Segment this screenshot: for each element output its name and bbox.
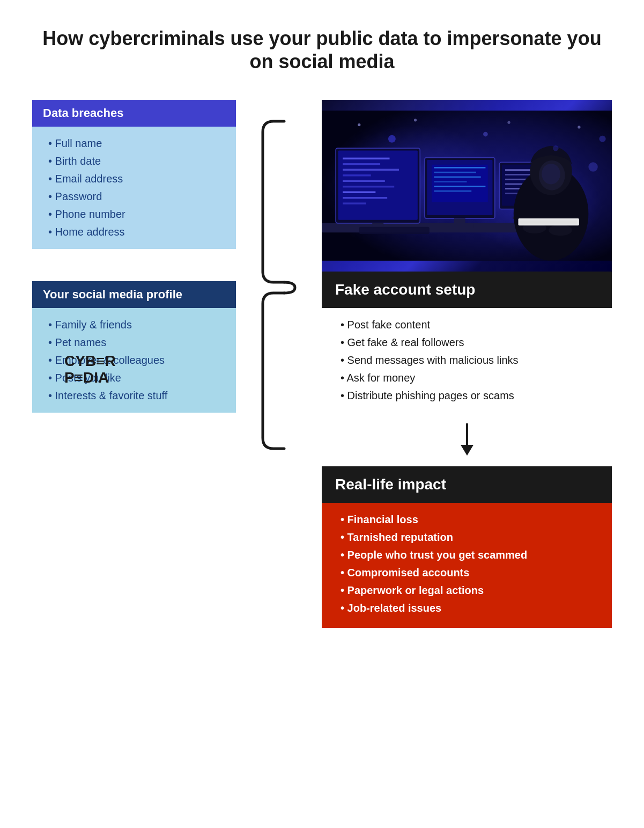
cyberpedia-logo: CYB≡R P≡DIA bbox=[64, 353, 116, 386]
real-life-body: • Financial loss • Tarnished reputation … bbox=[322, 503, 612, 628]
svg-point-52 bbox=[599, 136, 605, 142]
svg-rect-15 bbox=[343, 203, 366, 204]
svg-rect-28 bbox=[446, 225, 473, 228]
svg-rect-14 bbox=[343, 197, 387, 199]
list-item: • Full name bbox=[48, 137, 225, 150]
social-media-header: Your social media profile bbox=[32, 281, 236, 308]
svg-rect-27 bbox=[454, 218, 465, 225]
list-item: • Post fake content bbox=[340, 319, 598, 331]
list-item: • Send messages with malicious links bbox=[340, 354, 598, 367]
brace-svg bbox=[257, 116, 300, 459]
fake-account-body: • Post fake content • Get fake & real fo… bbox=[322, 308, 612, 413]
data-breaches-section: Data breaches • Full name • Birth date •… bbox=[32, 100, 236, 249]
arrow-head bbox=[461, 445, 473, 456]
list-item: • Financial loss bbox=[340, 514, 598, 526]
list-item: • Job-related issues bbox=[340, 602, 598, 614]
svg-rect-24 bbox=[434, 181, 467, 183]
right-column: Fake account setup • Post fake content •… bbox=[322, 100, 612, 628]
hacker-image bbox=[322, 100, 612, 272]
svg-rect-39 bbox=[359, 227, 430, 234]
logo-line1: CYB≡R bbox=[64, 353, 116, 370]
list-item: • Distribute phishing pages or scams bbox=[340, 390, 598, 402]
list-item: • Pet names bbox=[48, 336, 225, 349]
real-life-section: Real-life impact • Financial loss • Tarn… bbox=[322, 466, 612, 628]
svg-point-51 bbox=[588, 163, 597, 172]
list-item: • Email address bbox=[48, 173, 225, 185]
svg-rect-11 bbox=[343, 180, 385, 182]
svg-rect-26 bbox=[434, 190, 471, 192]
data-breaches-body: • Full name • Birth date • Email address… bbox=[32, 127, 236, 249]
svg-rect-23 bbox=[434, 177, 480, 178]
social-media-body: • Family & friends • Pet names • Employe… bbox=[32, 308, 236, 413]
svg-rect-6 bbox=[338, 151, 418, 220]
svg-point-55 bbox=[507, 121, 510, 124]
page-container: How cybercriminals use your public data … bbox=[0, 0, 644, 828]
hacker-scene-svg bbox=[322, 100, 612, 272]
list-item: • Paperwork or legal actions bbox=[340, 584, 598, 597]
left-column: Data breaches • Full name • Birth date •… bbox=[32, 100, 236, 413]
social-media-section: Your social media profile • Family & fri… bbox=[32, 281, 236, 413]
svg-point-56 bbox=[578, 126, 580, 129]
page-title: How cybercriminals use your public data … bbox=[32, 27, 612, 73]
svg-rect-13 bbox=[343, 192, 375, 193]
svg-point-44 bbox=[549, 225, 572, 236]
real-life-header: Real-life impact bbox=[322, 466, 612, 503]
svg-point-53 bbox=[358, 123, 360, 126]
svg-rect-10 bbox=[343, 174, 371, 176]
svg-point-45 bbox=[542, 164, 560, 184]
svg-rect-25 bbox=[434, 186, 485, 187]
list-item: • Home address bbox=[48, 226, 225, 238]
list-item: • Birth date bbox=[48, 155, 225, 167]
list-item: • People who trust you get scammed bbox=[340, 549, 598, 561]
logo-line2: P≡DIA bbox=[64, 370, 116, 386]
svg-point-49 bbox=[483, 132, 488, 137]
list-item: • Get fake & real followers bbox=[340, 336, 598, 349]
arrow-down bbox=[461, 423, 473, 456]
svg-rect-22 bbox=[434, 172, 476, 173]
svg-rect-32 bbox=[505, 174, 533, 176]
svg-point-48 bbox=[388, 135, 396, 143]
svg-rect-9 bbox=[343, 169, 399, 171]
list-item: • Interests & favorite stuff bbox=[48, 390, 225, 402]
brace-connector-area bbox=[257, 100, 300, 628]
svg-rect-12 bbox=[343, 186, 394, 187]
list-item: • Password bbox=[48, 190, 225, 203]
svg-rect-47 bbox=[520, 221, 577, 224]
svg-point-50 bbox=[553, 145, 558, 151]
arrow-down-container bbox=[322, 413, 612, 466]
svg-point-54 bbox=[414, 119, 417, 122]
fake-account-header: Fake account setup bbox=[322, 272, 612, 308]
data-breaches-header: Data breaches bbox=[32, 100, 236, 127]
svg-rect-8 bbox=[343, 163, 380, 165]
content-layout: Data breaches • Full name • Birth date •… bbox=[32, 100, 612, 628]
list-item: • Ask for money bbox=[340, 372, 598, 384]
fake-account-section: Fake account setup • Post fake content •… bbox=[322, 272, 612, 413]
arrow-line bbox=[466, 423, 468, 445]
list-item: • Phone number bbox=[48, 208, 225, 221]
list-item: • Compromised accounts bbox=[340, 567, 598, 579]
svg-rect-7 bbox=[343, 158, 389, 159]
svg-rect-20 bbox=[432, 165, 488, 202]
list-item: • Family & friends bbox=[48, 319, 225, 331]
svg-rect-21 bbox=[434, 167, 485, 168]
list-item: • Tarnished reputation bbox=[340, 531, 598, 544]
